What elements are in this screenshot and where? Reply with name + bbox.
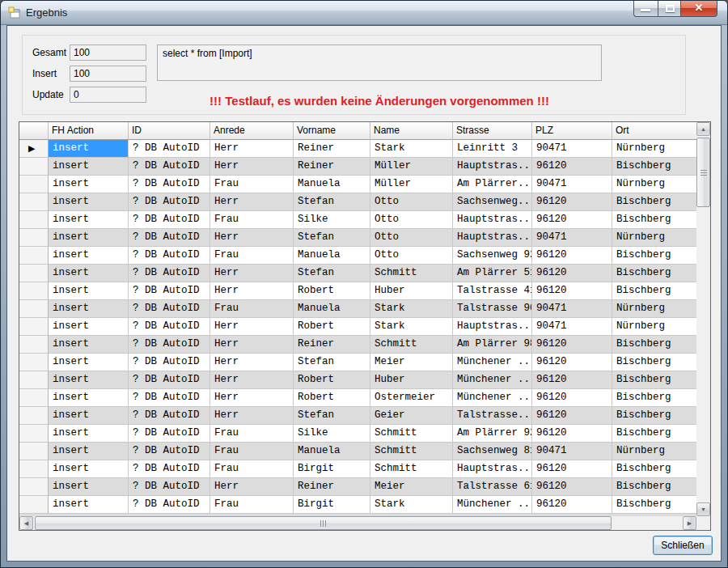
- grid-cell[interactable]: Manuela: [294, 176, 370, 193]
- close-window-button[interactable]: ✕: [681, 1, 717, 17]
- grid-cell[interactable]: Sachsenweg 92: [453, 247, 532, 265]
- grid-row-header[interactable]: [19, 425, 49, 443]
- grid-cell[interactable]: ? DB AutoID: [129, 265, 210, 282]
- grid-cell[interactable]: Nürnberg: [612, 318, 698, 336]
- grid-row-header[interactable]: [19, 300, 49, 318]
- grid-cell[interactable]: Talstrasse...: [453, 407, 532, 425]
- grid-cell[interactable]: ? DB AutoID: [129, 176, 210, 193]
- grid-cell[interactable]: Schmitt: [370, 460, 453, 478]
- grid-column-header[interactable]: Strasse: [453, 122, 532, 140]
- grid-cell[interactable]: Stark: [370, 300, 453, 318]
- update-field[interactable]: [70, 87, 146, 103]
- grid-cell[interactable]: Am Plärrer...: [453, 176, 532, 193]
- grid-cell[interactable]: Schmitt: [370, 425, 453, 443]
- grid-cell[interactable]: Stefan: [294, 354, 370, 371]
- grid-cell[interactable]: 96120: [532, 389, 612, 407]
- horizontal-scroll-thumb[interactable]: [35, 516, 612, 530]
- grid-cell[interactable]: ? DB AutoID: [129, 193, 210, 211]
- grid-cell[interactable]: Bischberg: [612, 282, 698, 300]
- grid-cell[interactable]: 90471: [532, 300, 612, 318]
- grid-row-header[interactable]: [19, 407, 49, 425]
- grid-cell[interactable]: ? DB AutoID: [129, 282, 210, 300]
- grid-row-header[interactable]: [19, 193, 49, 211]
- grid-row-header[interactable]: ▶: [19, 140, 49, 158]
- grid-cell[interactable]: Otto: [370, 193, 453, 211]
- grid-cell[interactable]: insert: [49, 229, 129, 247]
- grid-cell[interactable]: insert: [49, 336, 129, 354]
- grid-row-header[interactable]: [19, 318, 49, 336]
- grid-cell[interactable]: Otto: [370, 211, 453, 229]
- grid-row-header[interactable]: [19, 478, 49, 496]
- grid-cell[interactable]: Frau: [210, 300, 294, 318]
- grid-cell[interactable]: Reiner: [294, 478, 370, 496]
- grid-cell[interactable]: Hauptstras...: [453, 460, 532, 478]
- grid-cell[interactable]: insert: [49, 300, 129, 318]
- grid-cell[interactable]: 96120: [532, 211, 612, 229]
- grid-cell[interactable]: Bischberg: [612, 193, 698, 211]
- grid-cell[interactable]: Otto: [370, 247, 453, 265]
- grid-cell[interactable]: ? DB AutoID: [129, 443, 210, 460]
- grid-cell[interactable]: Nürnberg: [612, 176, 698, 193]
- grid-cell[interactable]: Geier: [370, 407, 453, 425]
- horizontal-scrollbar[interactable]: ◀ ▶: [19, 516, 696, 530]
- grid-cell[interactable]: Bischberg: [612, 389, 698, 407]
- grid-cell[interactable]: ? DB AutoID: [129, 496, 210, 514]
- grid-cell[interactable]: Huber: [370, 371, 453, 389]
- grid-cell[interactable]: Stefan: [294, 193, 370, 211]
- grid-row-header[interactable]: [19, 247, 49, 265]
- grid-cell[interactable]: Herr: [210, 229, 294, 247]
- grid-cell[interactable]: Frau: [210, 460, 294, 478]
- grid-cell[interactable]: Bischberg: [612, 336, 698, 354]
- grid-column-header[interactable]: Vorname: [294, 122, 370, 140]
- grid-cell[interactable]: Frau: [210, 496, 294, 514]
- grid-cell[interactable]: Herr: [210, 371, 294, 389]
- grid-cell[interactable]: Münchener ...: [453, 496, 532, 514]
- grid-cell[interactable]: ? DB AutoID: [129, 158, 210, 176]
- minimize-button[interactable]: [633, 1, 658, 17]
- grid-cell[interactable]: Stefan: [294, 265, 370, 282]
- grid-cell[interactable]: Bischberg: [612, 407, 698, 425]
- grid-cell[interactable]: Talstrasse 41: [453, 282, 532, 300]
- grid-cell[interactable]: ? DB AutoID: [129, 318, 210, 336]
- grid-cell[interactable]: ? DB AutoID: [129, 211, 210, 229]
- grid-cell[interactable]: Sachsenweg...: [453, 193, 532, 211]
- grid-row-header[interactable]: [19, 229, 49, 247]
- grid-row-header[interactable]: [19, 371, 49, 389]
- grid-cell[interactable]: insert: [49, 425, 129, 443]
- grid-cell[interactable]: ? DB AutoID: [129, 336, 210, 354]
- grid-cell[interactable]: Herr: [210, 354, 294, 371]
- grid-cell[interactable]: Münchener ...: [453, 371, 532, 389]
- grid-cell[interactable]: insert: [49, 211, 129, 229]
- grid-cell[interactable]: insert: [49, 282, 129, 300]
- grid-cell[interactable]: Stark: [370, 318, 453, 336]
- schliessen-button[interactable]: Schließen: [653, 536, 713, 555]
- grid-cell[interactable]: Manuela: [294, 300, 370, 318]
- grid-cell[interactable]: insert: [49, 371, 129, 389]
- grid-cell[interactable]: Leinritt 3: [453, 140, 532, 158]
- grid-cell[interactable]: Bischberg: [612, 211, 698, 229]
- grid-cell[interactable]: ? DB AutoID: [129, 247, 210, 265]
- grid-cell[interactable]: 96120: [532, 354, 612, 371]
- grid-cell[interactable]: 90471: [532, 443, 612, 460]
- grid-cell[interactable]: Meier: [370, 354, 453, 371]
- grid-cell[interactable]: Birgit: [294, 496, 370, 514]
- grid-cell[interactable]: Frau: [210, 211, 294, 229]
- grid-cell[interactable]: insert: [49, 478, 129, 496]
- grid-column-header[interactable]: Anrede: [210, 122, 294, 140]
- grid-cell[interactable]: Sachsenweg 81: [453, 443, 532, 460]
- grid-cell[interactable]: Frau: [210, 247, 294, 265]
- grid-row-header[interactable]: [19, 389, 49, 407]
- grid-cell[interactable]: ? DB AutoID: [129, 407, 210, 425]
- grid-cell[interactable]: Schmitt: [370, 265, 453, 282]
- grid-cell[interactable]: ? DB AutoID: [129, 140, 210, 158]
- grid-cell[interactable]: Reiner: [294, 140, 370, 158]
- grid-cell[interactable]: Müller: [370, 158, 453, 176]
- grid-cell[interactable]: Huber: [370, 282, 453, 300]
- grid-cell[interactable]: Stefan: [294, 407, 370, 425]
- grid-cell[interactable]: Bischberg: [612, 354, 698, 371]
- grid-cell[interactable]: ? DB AutoID: [129, 460, 210, 478]
- grid-cell[interactable]: insert: [49, 265, 129, 282]
- sql-query-box[interactable]: select * from [Import]: [157, 45, 602, 81]
- grid-cell[interactable]: 96120: [532, 265, 612, 282]
- grid-row-header[interactable]: [19, 282, 49, 300]
